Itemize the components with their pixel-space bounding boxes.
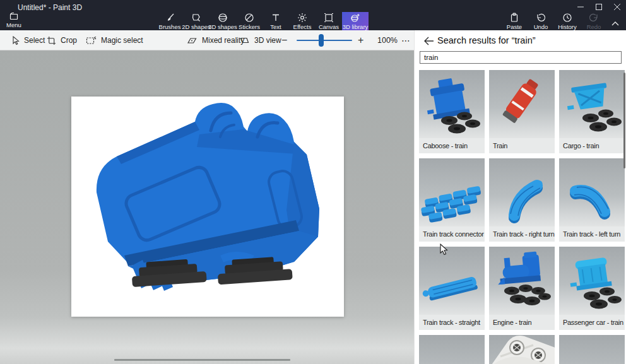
- result-card-track-straight[interactable]: Train track - straight: [419, 247, 485, 330]
- zoom-level[interactable]: 100%: [377, 30, 398, 50]
- canvas-horizontal-scrollbar[interactable]: [114, 359, 290, 361]
- result-label: Train: [489, 138, 555, 153]
- undo-icon: [536, 13, 546, 23]
- search-results-grid: Caboose - train Train: [419, 70, 622, 364]
- paint3d-window: Untitled* - Paint 3D Menu Brus: [0, 0, 626, 364]
- zoom-slider-track[interactable]: [297, 40, 352, 41]
- zoom-in-button[interactable]: +: [358, 30, 363, 50]
- collapse-toolbar-button[interactable]: [608, 18, 622, 28]
- result-label: Passenger car - train: [559, 315, 625, 330]
- chevron-up-icon: [611, 21, 619, 26]
- mixed-reality-icon: [187, 36, 198, 45]
- drawing-canvas[interactable]: [71, 97, 344, 317]
- tab-canvas[interactable]: Canvas: [316, 12, 342, 30]
- menu-button[interactable]: Menu: [0, 12, 28, 30]
- result-label: Train track connector: [419, 226, 485, 242]
- redo-button[interactable]: Redo: [581, 12, 607, 30]
- tab-3d-shapes[interactable]: 3D shapes: [210, 12, 236, 30]
- menu-icon: [9, 12, 19, 21]
- menu-label: Menu: [6, 21, 21, 28]
- text-icon: [271, 13, 281, 23]
- mixed-reality-label: Mixed reality: [202, 36, 244, 45]
- tab-2d-shapes[interactable]: 2D shapes: [183, 12, 210, 30]
- empty-thumbnail: [419, 335, 485, 364]
- search-input[interactable]: [420, 51, 622, 64]
- train-3d-model[interactable]: [71, 97, 344, 317]
- result-card-track-left-turn[interactable]: Train track - left turn: [559, 158, 625, 242]
- back-button[interactable]: [422, 34, 436, 48]
- mixed-reality-button[interactable]: Mixed reality: [187, 30, 244, 50]
- 3d-view-button[interactable]: 3D view: [239, 30, 281, 50]
- result-label: Train track - straight: [419, 315, 485, 330]
- paste-button[interactable]: Paste: [501, 12, 528, 30]
- 3d-shapes-icon: [218, 13, 228, 23]
- panel-scrollbar-thumb[interactable]: [623, 73, 625, 168]
- caboose-train-thumbnail: [419, 70, 485, 138]
- result-card-partial-2[interactable]: [489, 335, 555, 364]
- select-cursor-icon: [11, 36, 20, 45]
- more-options-button[interactable]: ⋯: [401, 30, 410, 50]
- 3d-view-label: 3D view: [254, 36, 281, 45]
- close-icon: [614, 4, 620, 10]
- main-tools: Brushes 2D shapes 3D shapes Stickers: [156, 12, 369, 30]
- crop-button[interactable]: Crop: [47, 30, 77, 50]
- ribbon: Select Crop Magic select Mixed reality 3…: [0, 30, 414, 50]
- 2d-shapes-icon: [191, 13, 201, 23]
- maximize-icon: [596, 4, 602, 10]
- tab-3d-library[interactable]: 3D library: [342, 12, 369, 30]
- 3d-library-icon: [350, 13, 360, 23]
- magic-select-button[interactable]: Magic select: [86, 30, 143, 50]
- history-icon: [562, 13, 572, 23]
- clipboard-tools: Paste Undo History Redo: [501, 12, 607, 30]
- ellipsis-icon: ⋯: [401, 35, 410, 45]
- 3d-library-panel: Search results for “train”: [414, 30, 626, 364]
- result-label: Cargo - train: [559, 138, 625, 153]
- magic-select-icon: [86, 36, 97, 45]
- stickers-icon: [244, 13, 254, 23]
- result-card-train[interactable]: Train: [489, 70, 555, 153]
- result-card-engine-train[interactable]: Engine - train: [489, 247, 555, 330]
- cargo-train-thumbnail: [559, 70, 625, 138]
- result-label: Engine - train: [489, 315, 555, 330]
- result-card-track-connector[interactable]: Train track connector: [419, 158, 485, 242]
- workspace: [0, 50, 414, 364]
- zoom-slider-thumb[interactable]: [319, 34, 324, 47]
- back-arrow-icon: [424, 37, 434, 45]
- result-label: Caboose - train: [419, 138, 485, 153]
- result-card-track-right-turn[interactable]: Train track - right turn: [489, 158, 555, 242]
- close-button[interactable]: [608, 0, 626, 14]
- result-card-partial-3[interactable]: [559, 335, 625, 364]
- result-label: Train track - right turn: [489, 226, 555, 242]
- result-card-passenger-car-train[interactable]: Passenger car - train: [559, 247, 625, 330]
- effects-icon: [297, 13, 307, 23]
- white-train-thumbnail: [489, 335, 555, 364]
- select-button[interactable]: Select: [11, 30, 45, 50]
- track-straight-thumbnail: [419, 247, 485, 315]
- redo-icon: [589, 13, 599, 23]
- result-card-cargo-train[interactable]: Cargo - train: [559, 70, 625, 153]
- crop-label: Crop: [61, 36, 77, 45]
- tab-stickers[interactable]: Stickers: [236, 12, 263, 30]
- panel-title: Search results for “train”: [437, 35, 536, 45]
- history-button[interactable]: History: [554, 12, 581, 30]
- track-connector-thumbnail: [419, 158, 485, 226]
- tab-brushes[interactable]: Brushes: [156, 12, 183, 30]
- track-right-turn-thumbnail: [489, 158, 555, 226]
- result-card-partial-1[interactable]: [419, 335, 485, 364]
- canvas-icon: [324, 13, 334, 23]
- passenger-car-train-thumbnail: [559, 247, 625, 315]
- minimize-icon: [577, 4, 584, 10]
- tab-effects[interactable]: Effects: [289, 12, 316, 30]
- zoom-out-button[interactable]: −: [281, 30, 287, 50]
- empty-thumbnail: [559, 335, 625, 364]
- window-title: Untitled* - Paint 3D: [18, 3, 82, 12]
- paste-icon: [509, 13, 519, 23]
- result-label: Train track - left turn: [559, 226, 625, 242]
- track-left-turn-thumbnail: [559, 158, 625, 226]
- undo-button[interactable]: Undo: [528, 12, 554, 30]
- result-card-caboose-train[interactable]: Caboose - train: [419, 70, 485, 153]
- select-label: Select: [24, 36, 45, 45]
- tab-text[interactable]: Text: [263, 12, 289, 30]
- magic-select-label: Magic select: [101, 36, 143, 45]
- crop-icon: [47, 36, 56, 45]
